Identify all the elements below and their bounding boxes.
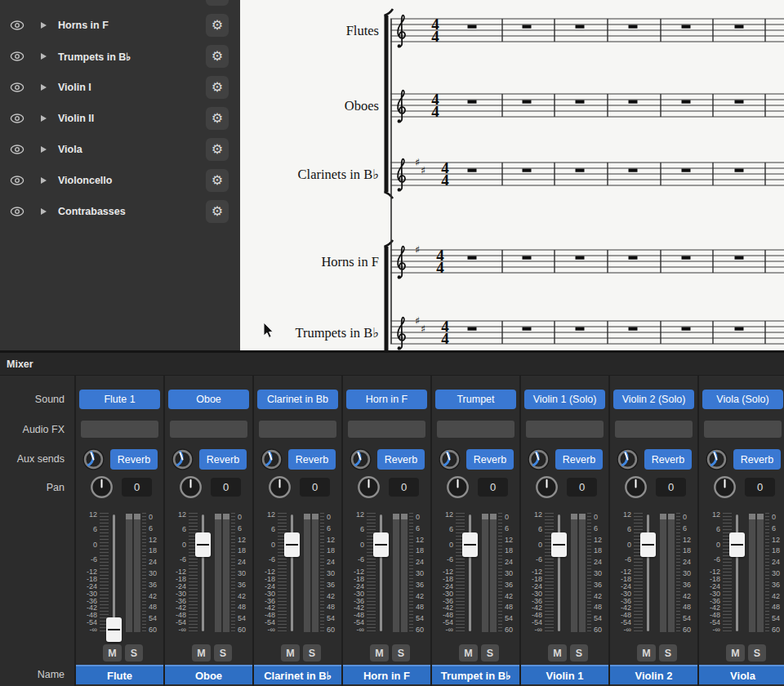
player-settings-gear-button[interactable]: ⚙ — [206, 169, 229, 192]
solo-button[interactable]: S — [481, 644, 499, 662]
player-settings-gear-button[interactable]: ⚙ — [206, 76, 229, 99]
disclosure-triangle-icon[interactable] — [41, 84, 47, 91]
visibility-eye-icon[interactable] — [10, 144, 24, 155]
reverb-send-button[interactable]: Reverb — [199, 449, 247, 470]
fader-handle[interactable] — [551, 532, 567, 557]
pan-knob[interactable] — [90, 475, 114, 499]
channel-name[interactable]: Horn in F — [343, 665, 430, 684]
solo-button[interactable]: S — [303, 644, 321, 662]
reverb-send-button[interactable]: Reverb — [644, 449, 692, 470]
sound-button[interactable]: Flute 1 — [79, 390, 160, 409]
disclosure-triangle-icon[interactable] — [41, 208, 47, 215]
aux-send-knob[interactable] — [438, 448, 461, 471]
aux-send-knob[interactable] — [171, 448, 194, 471]
audio-fx-slot[interactable] — [81, 421, 158, 438]
solo-button[interactable]: S — [659, 644, 677, 662]
mute-button[interactable]: M — [281, 644, 300, 662]
mute-button[interactable]: M — [103, 644, 122, 662]
reverb-send-button[interactable]: Reverb — [733, 449, 781, 470]
pan-knob[interactable] — [179, 475, 203, 499]
fader-handle[interactable] — [729, 532, 745, 557]
disclosure-triangle-icon[interactable] — [41, 146, 47, 153]
reverb-send-button[interactable]: Reverb — [555, 449, 603, 470]
mute-button[interactable]: M — [637, 644, 656, 662]
disclosure-triangle-icon[interactable] — [41, 53, 47, 60]
reverb-send-button[interactable]: Reverb — [377, 449, 425, 470]
aux-send-knob[interactable] — [349, 448, 372, 471]
db-label: 0 — [683, 513, 687, 521]
reverb-send-button[interactable]: Reverb — [466, 449, 514, 470]
fader-handle[interactable] — [462, 532, 478, 557]
level-meter — [668, 514, 675, 632]
visibility-eye-icon[interactable] — [10, 20, 24, 31]
visibility-eye-icon[interactable] — [10, 51, 24, 62]
disclosure-triangle-icon[interactable] — [41, 22, 47, 29]
sound-button[interactable]: Horn in F — [346, 390, 427, 409]
fader-handle[interactable] — [640, 532, 656, 557]
mute-button[interactable]: M — [370, 644, 389, 662]
mute-button[interactable]: M — [459, 644, 478, 662]
score-canvas[interactable]: Flutes44Oboes44Clarinets in B♭♯♯44Horns … — [240, 0, 784, 350]
sound-button[interactable]: Viola (Solo) — [702, 390, 783, 409]
sound-button[interactable]: Trumpet — [435, 390, 516, 409]
visibility-eye-icon[interactable] — [10, 113, 24, 124]
solo-button[interactable]: S — [125, 644, 143, 662]
mute-button[interactable]: M — [726, 644, 745, 662]
channel-name[interactable]: Flute — [76, 665, 163, 684]
aux-send-knob[interactable] — [82, 448, 105, 471]
pan-knob[interactable] — [624, 475, 648, 499]
fader-track[interactable] — [113, 514, 115, 631]
channel-name[interactable]: Trumpet in B♭ — [432, 665, 519, 684]
sound-button[interactable]: Violin 2 (Solo) — [613, 390, 694, 409]
player-settings-gear-button[interactable]: ⚙ — [206, 107, 229, 130]
sound-button[interactable]: Clarinet in Bb — [257, 390, 338, 409]
channel-name[interactable]: Violin 2 — [610, 665, 697, 684]
audio-fx-slot[interactable] — [437, 421, 514, 438]
pan-knob[interactable] — [535, 475, 559, 499]
disclosure-triangle-icon[interactable] — [41, 177, 47, 184]
pan-knob[interactable] — [268, 475, 292, 499]
audio-fx-slot[interactable] — [704, 421, 782, 438]
player-settings-gear-button[interactable]: ⚙ — [206, 138, 229, 161]
pan-knob[interactable] — [446, 475, 470, 499]
visibility-eye-icon[interactable] — [10, 206, 24, 217]
fader-handle[interactable] — [373, 532, 389, 557]
pan-knob[interactable] — [357, 475, 381, 499]
solo-button[interactable]: S — [748, 644, 766, 662]
channel-name[interactable]: Viola — [699, 665, 784, 684]
sound-button[interactable]: Violin 1 (Solo) — [524, 390, 605, 409]
fader-handle[interactable] — [284, 532, 300, 557]
audio-fx-slot[interactable] — [615, 421, 693, 438]
solo-button[interactable]: S — [392, 644, 410, 662]
fader-handle[interactable] — [106, 617, 122, 642]
visibility-eye-icon[interactable] — [10, 82, 24, 93]
pan-knob[interactable] — [713, 475, 737, 499]
aux-send-knob[interactable] — [705, 448, 728, 471]
solo-button[interactable]: S — [570, 644, 588, 662]
audio-fx-slot[interactable] — [259, 421, 336, 438]
notation-view[interactable]: Flutes44Oboes44Clarinets in B♭♯♯44Horns … — [240, 0, 784, 350]
aux-send-knob[interactable] — [616, 448, 639, 471]
mute-button[interactable]: M — [192, 644, 211, 662]
player-settings-gear-button[interactable]: ⚙ — [206, 0, 229, 6]
mixer-header[interactable]: Mixer — [0, 353, 784, 376]
audio-fx-slot[interactable] — [170, 421, 247, 438]
channel-name[interactable]: Oboe — [165, 665, 252, 684]
channel-name[interactable]: Clarinet in B♭ — [254, 665, 341, 684]
mute-button[interactable]: M — [548, 644, 567, 662]
reverb-send-button[interactable]: Reverb — [110, 449, 158, 470]
sound-button[interactable]: Oboe — [168, 390, 249, 409]
audio-fx-slot[interactable] — [526, 421, 604, 438]
player-settings-gear-button[interactable]: ⚙ — [206, 200, 229, 223]
aux-send-knob[interactable] — [260, 448, 283, 471]
player-settings-gear-button[interactable]: ⚙ — [206, 14, 229, 37]
reverb-send-button[interactable]: Reverb — [288, 449, 336, 470]
audio-fx-slot[interactable] — [348, 421, 425, 438]
disclosure-triangle-icon[interactable] — [41, 115, 47, 122]
channel-name[interactable]: Violin 1 — [521, 665, 608, 684]
player-settings-gear-button[interactable]: ⚙ — [206, 45, 229, 68]
fader-handle[interactable] — [195, 532, 211, 557]
solo-button[interactable]: S — [214, 644, 232, 662]
aux-send-knob[interactable] — [527, 448, 550, 471]
visibility-eye-icon[interactable] — [10, 175, 24, 186]
